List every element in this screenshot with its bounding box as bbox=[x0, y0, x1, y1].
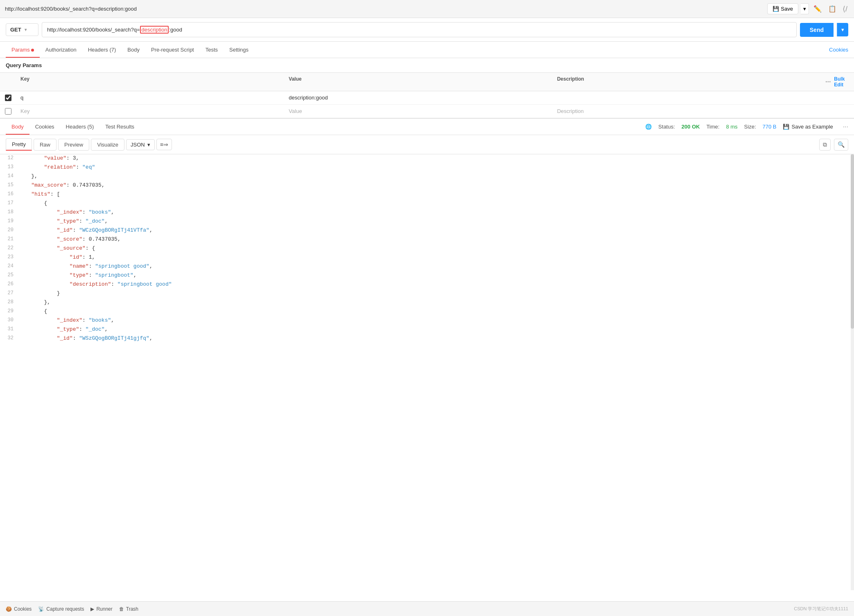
code-line: 19 "_type": "_doc", bbox=[0, 217, 854, 226]
resp-tab-body[interactable]: Body bbox=[6, 119, 29, 135]
line-number: 28 bbox=[0, 298, 18, 307]
line-number: 15 bbox=[0, 181, 18, 190]
row2-checkbox-input[interactable] bbox=[5, 108, 11, 115]
line-number: 24 bbox=[0, 262, 18, 271]
row1-description[interactable] bbox=[553, 91, 821, 104]
search-button[interactable]: 🔍 bbox=[834, 139, 848, 151]
line-content: "_source": { bbox=[18, 244, 854, 253]
trash-icon: 🗑 bbox=[119, 606, 124, 612]
edit-icon-button[interactable]: ✏️ bbox=[811, 3, 824, 15]
line-content: "type": "springboot", bbox=[18, 271, 854, 280]
save-icon: 💾 bbox=[773, 6, 779, 12]
line-number: 22 bbox=[0, 244, 18, 253]
save-dropdown-arrow[interactable]: ▾ bbox=[801, 3, 809, 14]
line-content: "_id": "WSzGQogBORgITj41gjfq", bbox=[18, 334, 854, 343]
line-content: "_type": "_doc", bbox=[18, 325, 854, 334]
code-line: 18 "_index": "books", bbox=[0, 208, 854, 217]
capture-label: Capture requests bbox=[46, 606, 84, 612]
tab-tests[interactable]: Tests bbox=[200, 42, 224, 58]
format-type-value: JSON bbox=[131, 142, 145, 148]
line-number: 16 bbox=[0, 190, 18, 199]
url-input[interactable]: http://localhost:9200/books/_search?q=de… bbox=[42, 22, 797, 37]
send-dropdown-arrow[interactable]: ▾ bbox=[837, 23, 848, 36]
line-content: "_index": "books", bbox=[18, 208, 854, 217]
tab-body[interactable]: Body bbox=[122, 42, 145, 58]
line-number: 19 bbox=[0, 217, 18, 226]
status-value: 200 OK bbox=[682, 124, 700, 130]
bottom-bar: 🍪 Cookies 📡 Capture requests ▶ Runner 🗑 … bbox=[0, 601, 854, 616]
wrap-lines-button[interactable]: ≡⇒ bbox=[156, 139, 172, 150]
row1-checkbox-input[interactable] bbox=[5, 95, 11, 101]
scroll-thumb[interactable] bbox=[851, 154, 854, 329]
time-value: 8 ms bbox=[726, 124, 737, 130]
request-tabs: Params Authorization Headers (7) Body Pr… bbox=[0, 42, 854, 58]
cookies-bottom-icon: 🍪 bbox=[6, 606, 12, 612]
row2-value[interactable]: Value bbox=[285, 105, 553, 118]
line-number: 18 bbox=[0, 208, 18, 217]
save-button[interactable]: 💾 Save bbox=[767, 3, 798, 14]
line-number: 12 bbox=[0, 154, 18, 163]
format-preview-button[interactable]: Preview bbox=[58, 139, 89, 151]
code-line: 21 "_score": 0.7437035, bbox=[0, 235, 854, 244]
cookies-link[interactable]: Cookies bbox=[829, 47, 848, 53]
response-tabs: Body Cookies Headers (5) Test Results 🌐 … bbox=[0, 118, 854, 135]
resp-tab-cookies[interactable]: Cookies bbox=[29, 119, 60, 135]
row1-value[interactable]: description:good bbox=[285, 91, 553, 104]
send-button[interactable]: Send bbox=[800, 23, 834, 37]
format-type-select[interactable]: JSON ▾ bbox=[126, 139, 155, 150]
cookies-bottom-item[interactable]: 🍪 Cookies bbox=[6, 606, 32, 612]
bulk-edit-label[interactable]: Bulk Edit bbox=[834, 76, 850, 88]
format-visualize-button[interactable]: Visualize bbox=[91, 139, 124, 151]
trash-item[interactable]: 🗑 Trash bbox=[119, 606, 138, 612]
line-number: 30 bbox=[0, 316, 18, 325]
time-label: Time: bbox=[706, 124, 719, 130]
scroll-bar[interactable] bbox=[851, 154, 854, 590]
line-content: "value": 3, bbox=[18, 154, 854, 163]
tab-settings[interactable]: Settings bbox=[224, 42, 254, 58]
tab-params[interactable]: Params bbox=[6, 42, 40, 58]
query-params-label: Query Params bbox=[0, 58, 854, 72]
line-content: "max_score": 0.7437035, bbox=[18, 181, 854, 190]
line-content: "hits": [ bbox=[18, 190, 854, 199]
row2-actions bbox=[821, 105, 854, 118]
code-line: 24 "name": "springboot good", bbox=[0, 262, 854, 271]
capture-requests-item[interactable]: 📡 Capture requests bbox=[38, 606, 84, 612]
code-area[interactable]: 12 "value": 3,13 "relation": "eq"14 },15… bbox=[0, 154, 854, 590]
resp-tab-headers[interactable]: Headers (5) bbox=[60, 119, 100, 135]
line-number: 31 bbox=[0, 325, 18, 334]
copy-button[interactable]: ⧉ bbox=[819, 139, 831, 151]
tab-pre-request-script[interactable]: Pre-request Script bbox=[145, 42, 200, 58]
format-raw-button[interactable]: Raw bbox=[34, 139, 56, 151]
size-label: Size: bbox=[744, 124, 756, 130]
sidebar-toggle-icon[interactable]: ⟨/ bbox=[841, 3, 849, 15]
line-number: 29 bbox=[0, 307, 18, 316]
save-example-button[interactable]: 💾 Save as Example bbox=[783, 124, 833, 130]
runner-item[interactable]: ▶ Runner bbox=[90, 606, 112, 612]
response-more-icon[interactable]: ··· bbox=[843, 123, 848, 131]
line-content: }, bbox=[18, 172, 854, 181]
row2-key[interactable]: Key bbox=[16, 105, 285, 118]
trash-label: Trash bbox=[126, 606, 138, 612]
row1-key[interactable]: q bbox=[16, 91, 285, 104]
method-select[interactable]: GET ▾ bbox=[6, 23, 38, 36]
code-line: 14 }, bbox=[0, 172, 854, 181]
more-params-icon[interactable]: ··· bbox=[825, 78, 831, 86]
share-icon-button[interactable]: 📋 bbox=[826, 3, 838, 15]
line-number: 23 bbox=[0, 253, 18, 262]
save-label: Save bbox=[781, 6, 793, 12]
row1-checkbox[interactable] bbox=[0, 91, 16, 104]
format-pretty-button[interactable]: Pretty bbox=[6, 138, 32, 151]
tab-authorization[interactable]: Authorization bbox=[40, 42, 82, 58]
resp-tab-test-results[interactable]: Test Results bbox=[99, 119, 140, 135]
line-content: "_index": "books", bbox=[18, 316, 854, 325]
row2-description[interactable]: Description bbox=[553, 105, 821, 118]
line-content: "_type": "_doc", bbox=[18, 217, 854, 226]
line-content: { bbox=[18, 307, 854, 316]
format-bar: Pretty Raw Preview Visualize JSON ▾ ≡⇒ ⧉… bbox=[0, 135, 854, 154]
url-prefix: http://localhost:9200/books/_search?q= bbox=[47, 27, 140, 33]
save-example-label: Save as Example bbox=[791, 124, 833, 130]
response-meta: 🌐 Status: 200 OK Time: 8 ms Size: 770 B … bbox=[645, 123, 848, 131]
row2-checkbox[interactable] bbox=[0, 105, 16, 118]
tab-headers[interactable]: Headers (7) bbox=[82, 42, 122, 58]
params-table: Key Value Description ··· Bulk Edit q de… bbox=[0, 72, 854, 118]
